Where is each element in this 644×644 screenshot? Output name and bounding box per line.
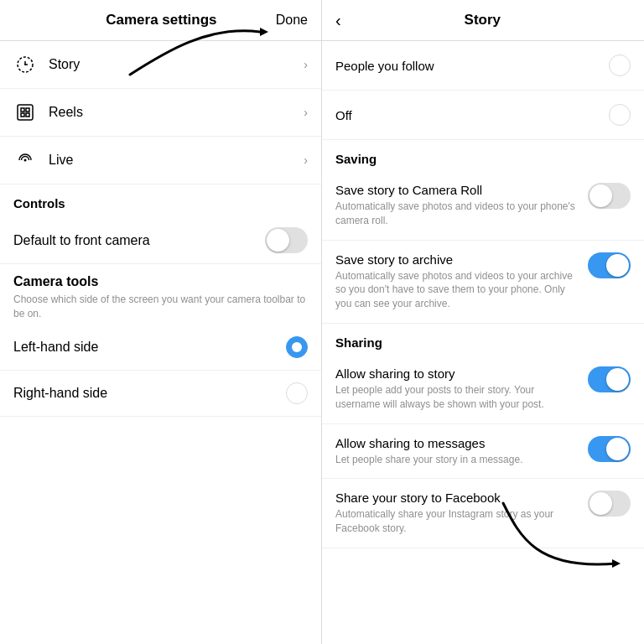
save-archive-title: Save story to archive	[335, 252, 578, 267]
reels-label: Reels	[49, 105, 304, 120]
back-button[interactable]: ‹	[335, 12, 341, 29]
default-front-camera-toggle[interactable]	[265, 227, 308, 253]
allow-sharing-messages-toggle[interactable]	[588, 436, 631, 462]
live-icon	[13, 148, 37, 172]
svg-rect-5	[21, 108, 24, 112]
default-front-camera-row: Default to front camera	[0, 217, 321, 264]
svg-rect-6	[26, 108, 29, 112]
people-follow-radio[interactable]	[609, 55, 631, 76]
camera-tools-title: Camera tools	[13, 274, 308, 289]
off-label: Off	[335, 108, 352, 122]
allow-sharing-story-title: Allow sharing to story	[335, 366, 578, 381]
live-label: Live	[49, 153, 304, 168]
done-button[interactable]: Done	[276, 13, 308, 28]
camera-tools-section: Camera tools Choose which side of the sc…	[0, 264, 321, 325]
people-follow-row[interactable]: People you follow	[322, 41, 644, 91]
story-icon	[13, 53, 37, 76]
right-hand-side-radio[interactable]	[286, 382, 308, 404]
right-hand-side-label: Right-hand side	[13, 386, 107, 401]
nav-list: Story › Reels ›	[0, 41, 321, 184]
story-page-title: Story	[351, 12, 614, 29]
save-camera-roll-desc: Automatically save photos and videos to …	[335, 200, 578, 228]
share-to-facebook-toggle[interactable]	[588, 491, 631, 517]
allow-sharing-messages-title: Allow sharing to messages	[335, 436, 578, 450]
saving-section-header: Saving	[322, 140, 644, 171]
save-archive-row: Save story to archive Automatically save…	[322, 241, 644, 324]
svg-point-9	[24, 159, 27, 162]
save-camera-roll-title: Save story to Camera Roll	[335, 183, 578, 197]
nav-item-live[interactable]: Live ›	[0, 137, 321, 184]
nav-item-story[interactable]: Story ›	[0, 41, 321, 89]
reels-icon	[13, 101, 37, 124]
camera-tools-desc: Choose which side of the screen you want…	[13, 293, 308, 321]
allow-sharing-story-toggle[interactable]	[588, 366, 631, 392]
share-to-facebook-row: Share your story to Facebook Automatical…	[322, 479, 644, 548]
off-radio[interactable]	[609, 104, 631, 126]
save-camera-roll-toggle[interactable]	[588, 183, 631, 209]
off-row[interactable]: Off	[322, 91, 644, 140]
right-panel: ‹ Story People you follow Off Saving Sav…	[322, 0, 644, 644]
svg-rect-8	[26, 113, 29, 117]
left-hand-side-radio[interactable]	[286, 336, 308, 358]
share-to-facebook-desc: Automatically share your Instagram story…	[335, 507, 578, 536]
sharing-section-header: Sharing	[322, 324, 644, 355]
default-front-camera-label: Default to front camera	[13, 233, 150, 248]
people-follow-label: People you follow	[335, 59, 434, 73]
right-header: ‹ Story	[322, 0, 644, 41]
save-archive-toggle[interactable]	[588, 252, 631, 278]
share-to-facebook-title: Share your story to Facebook	[335, 491, 578, 505]
camera-settings-title: Camera settings	[47, 12, 276, 29]
reels-chevron-icon: ›	[304, 106, 308, 119]
allow-sharing-story-desc: Let people add your posts to their story…	[335, 383, 578, 412]
save-archive-desc: Automatically save photos and videos to …	[335, 269, 578, 311]
live-chevron-icon: ›	[304, 153, 308, 167]
allow-sharing-messages-desc: Let people share your story in a message…	[335, 453, 578, 467]
left-hand-side-row: Left-hand side	[0, 325, 321, 371]
controls-section-label: Controls	[0, 184, 321, 217]
left-header: Camera settings Done	[0, 0, 321, 41]
save-camera-roll-row: Save story to Camera Roll Automatically …	[322, 171, 644, 241]
svg-point-3	[24, 64, 26, 65]
svg-rect-4	[18, 105, 33, 120]
svg-rect-7	[21, 113, 24, 117]
story-label: Story	[49, 57, 304, 72]
allow-sharing-messages-row: Allow sharing to messages Let people sha…	[322, 424, 644, 480]
left-hand-side-label: Left-hand side	[13, 340, 98, 355]
story-chevron-icon: ›	[304, 58, 308, 71]
allow-sharing-story-row: Allow sharing to story Let people add yo…	[322, 355, 644, 424]
nav-item-reels[interactable]: Reels ›	[0, 89, 321, 137]
left-panel: Camera settings Done Story ›	[0, 0, 322, 644]
right-hand-side-row: Right-hand side	[0, 371, 321, 417]
